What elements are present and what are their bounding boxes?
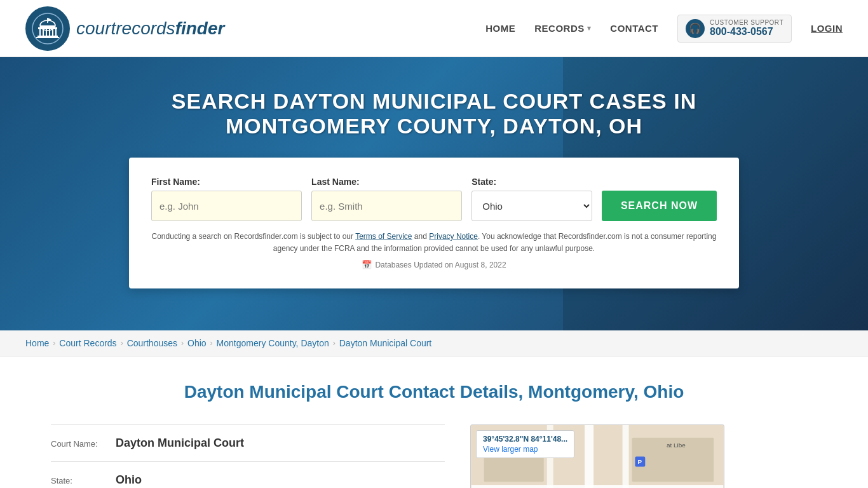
breadcrumb-ohio[interactable]: Ohio [187, 338, 207, 348]
state-key: State: [51, 476, 108, 485]
hero-title: SEARCH DAYTON MUNICIPAL COURT CASES IN M… [148, 89, 720, 139]
svg-rect-5 [43, 29, 44, 36]
breadcrumb-bar: Home › Court Records › Courthouses › Ohi… [0, 330, 868, 356]
map-overlay: 39°45'32.8"N 84°11'48... View larger map [476, 430, 574, 458]
main-nav: HOME RECORDS ▾ CONTACT 🎧 CUSTOMER SUPPOR… [485, 15, 843, 43]
court-name-key: Court Name: [51, 439, 108, 449]
search-fields: First Name: Last Name: State: OhioAlabam… [151, 177, 717, 221]
svg-rect-6 [46, 29, 47, 36]
nav-login[interactable]: LOGIN [811, 23, 843, 34]
content-title: Dayton Municipal Court Contact Details, … [51, 382, 817, 402]
hero-section: SEARCH DAYTON MUNICIPAL COURT CASES IN M… [0, 57, 868, 330]
db-updated: 📅 Databases Updated on August 8, 2022 [151, 260, 717, 269]
first-name-group: First Name: [151, 177, 302, 221]
state-value: Ohio [116, 473, 142, 487]
breadcrumb: Home › Court Records › Courthouses › Ohi… [25, 338, 843, 348]
svg-rect-10 [37, 36, 58, 37]
logo-area: courtrecordsfinder [25, 6, 224, 51]
svg-rect-4 [39, 29, 41, 36]
state-group: State: OhioAlabamaAlaskaArizonaArkansasC… [471, 177, 592, 221]
privacy-link[interactable]: Privacy Notice [429, 232, 478, 241]
search-disclaimer: Conducting a search on Recordsfinder.com… [151, 231, 717, 255]
search-now-button[interactable]: SEARCH NOW [602, 191, 717, 221]
svg-text:P: P [637, 458, 642, 465]
first-name-label: First Name: [151, 177, 302, 187]
breadcrumb-sep-3: › [181, 339, 184, 348]
svg-rect-18 [623, 425, 629, 488]
first-name-input[interactable] [151, 191, 302, 221]
last-name-group: Last Name: [311, 177, 462, 221]
nav-records[interactable]: RECORDS ▾ [534, 23, 591, 34]
breadcrumb-sep-2: › [121, 339, 123, 348]
svg-rect-2 [40, 25, 55, 27]
content-section: Dayton Municipal Court Contact Details, … [0, 356, 868, 488]
breadcrumb-courthouses[interactable]: Courthouses [127, 338, 177, 348]
state-label: State: [471, 177, 592, 187]
state-select[interactable]: OhioAlabamaAlaskaArizonaArkansasCaliforn… [471, 191, 592, 221]
svg-rect-7 [49, 29, 50, 36]
breadcrumb-current[interactable]: Dayton Municipal Court [339, 338, 432, 348]
support-area: 🎧 CUSTOMER SUPPORT 800-433-0567 [677, 15, 792, 43]
svg-rect-9 [55, 29, 57, 36]
breadcrumb-sep-5: › [333, 339, 336, 348]
svg-rect-8 [52, 29, 53, 36]
last-name-input[interactable] [311, 191, 462, 221]
svg-rect-12 [47, 18, 48, 23]
breadcrumb-home[interactable]: Home [25, 338, 49, 348]
court-name-value: Dayton Municipal Court [116, 437, 244, 450]
svg-rect-11 [36, 37, 59, 38]
chevron-down-icon: ▾ [587, 24, 592, 32]
calendar-icon: 📅 [362, 260, 372, 269]
header: courtrecordsfinder HOME RECORDS ▾ CONTAC… [0, 0, 868, 57]
state-row: State: Ohio [51, 462, 445, 488]
breadcrumb-court-records[interactable]: Court Records [59, 338, 116, 348]
nav-contact[interactable]: CONTACT [610, 23, 658, 34]
search-box: First Name: Last Name: State: OhioAlabam… [129, 158, 739, 288]
svg-rect-3 [38, 27, 57, 29]
logo-text: courtrecordsfinder [76, 18, 224, 39]
svg-rect-16 [585, 425, 593, 488]
map-area: W 2nd St P 📍 at Libe 39°45'32.8"N 84°11'… [470, 424, 724, 488]
logo-icon [25, 6, 70, 51]
svg-text:at Libe: at Libe [667, 442, 686, 449]
court-name-row: Court Name: Dayton Municipal Court [51, 424, 445, 462]
content-body: Court Name: Dayton Municipal Court State… [51, 424, 817, 488]
terms-link[interactable]: Terms of Service [355, 232, 412, 241]
map-placeholder[interactable]: W 2nd St P 📍 at Libe 39°45'32.8"N 84°11'… [470, 424, 724, 488]
details-table: Court Name: Dayton Municipal Court State… [51, 424, 445, 488]
breadcrumb-sep-1: › [53, 339, 55, 348]
support-text: CUSTOMER SUPPORT 800-433-0567 [710, 19, 783, 37]
breadcrumb-sep-4: › [210, 339, 213, 348]
map-coords: 39°45'32.8"N 84°11'48... [483, 435, 567, 444]
breadcrumb-montgomery[interactable]: Montgomery County, Dayton [217, 338, 329, 348]
view-larger-map-link[interactable]: View larger map [483, 445, 567, 454]
last-name-label: Last Name: [311, 177, 462, 187]
phone-support-icon: 🎧 [686, 19, 705, 38]
nav-home[interactable]: HOME [485, 23, 515, 34]
